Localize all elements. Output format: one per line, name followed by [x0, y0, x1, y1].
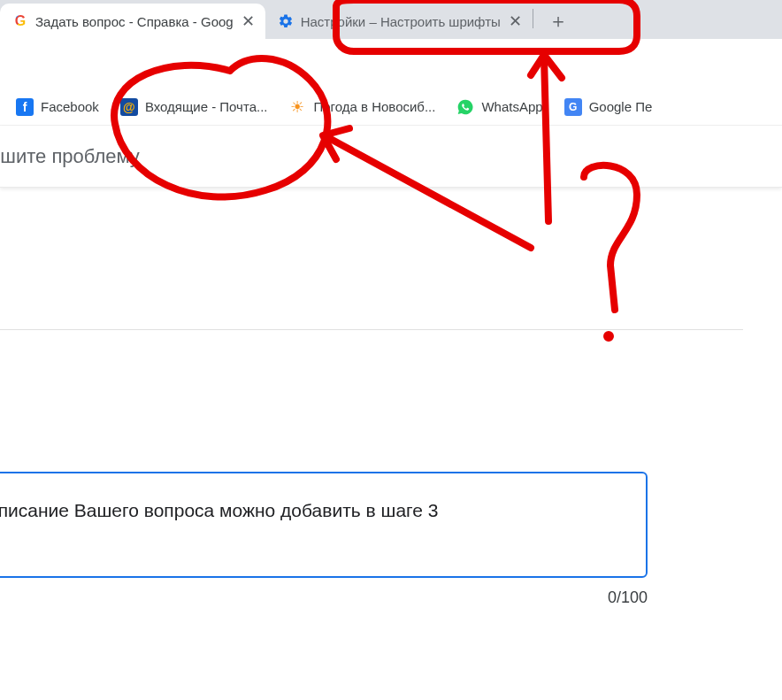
tab-close-button[interactable]: ✕ [508, 13, 524, 29]
bookmark-label: Facebook [41, 99, 99, 114]
google-translate-icon: G [564, 98, 582, 116]
bookmark-label: Входящие - Почта... [145, 99, 268, 114]
question-description-input[interactable]: описание Вашего вопроса можно добавить в… [0, 472, 648, 578]
mail-icon: @ [120, 98, 138, 116]
new-tab-button[interactable]: ＋ [544, 7, 572, 35]
tab-active-title: Задать вопрос - Справка - Goog [35, 14, 234, 29]
tab-settings-title: Настройки – Настроить шрифты [301, 14, 501, 29]
char-counter: 0/100 [0, 588, 648, 607]
bookmark-google-translate[interactable]: G Google Пе [564, 98, 653, 116]
address-bar-area [0, 39, 782, 88]
tab-separator [533, 9, 533, 28]
bookmark-facebook[interactable]: f Facebook [16, 98, 99, 116]
google-favicon-icon: G [12, 13, 28, 29]
facebook-icon: f [16, 98, 34, 116]
bookmark-whatsapp[interactable]: WhatsApp [456, 98, 542, 116]
page-content: описание Вашего вопроса можно добавить в… [0, 329, 782, 607]
bookmark-label: WhatsApp [481, 99, 542, 114]
tab-active[interactable]: G Задать вопрос - Справка - Goog ✕ [0, 4, 265, 39]
settings-gear-icon [278, 13, 294, 29]
tab-settings[interactable]: Настройки – Настроить шрифты ✕ [265, 4, 533, 39]
question-description-placeholder: описание Вашего вопроса можно добавить в… [0, 500, 438, 520]
whatsapp-icon [456, 98, 474, 116]
problem-search-bar [0, 126, 782, 188]
bookmark-weather[interactable]: ☀ Погода в Новосиб... [288, 98, 435, 116]
bookmark-label: Google Пе [589, 99, 653, 114]
browser-tab-strip: G Задать вопрос - Справка - Goog ✕ Настр… [0, 0, 782, 39]
bookmark-label: Погода в Новосиб... [313, 99, 435, 114]
content-divider [0, 329, 743, 330]
weather-sun-icon: ☀ [288, 98, 306, 116]
problem-search-input[interactable] [0, 145, 764, 168]
tab-close-button[interactable]: ✕ [241, 13, 257, 29]
bookmarks-bar: f Facebook @ Входящие - Почта... ☀ Погод… [0, 88, 782, 126]
bookmark-mail[interactable]: @ Входящие - Почта... [120, 98, 268, 116]
